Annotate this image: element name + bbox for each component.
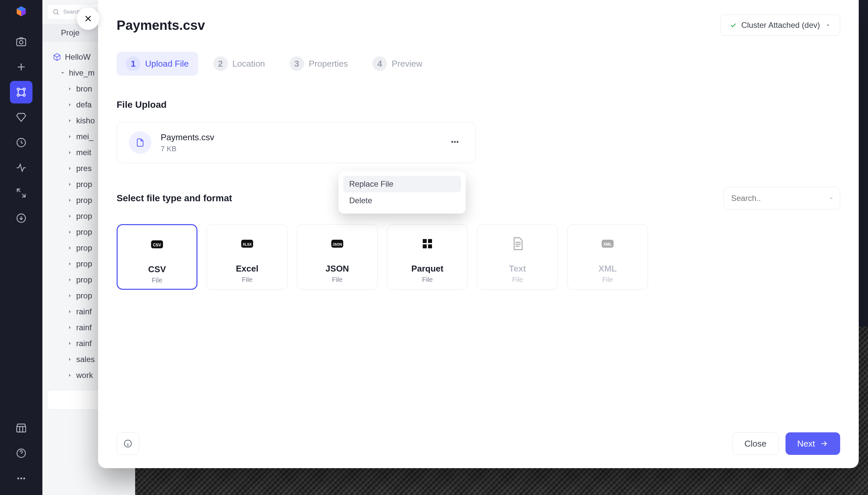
- format-name: JSON: [326, 263, 349, 274]
- format-icon: XML: [568, 231, 648, 256]
- ctx-replace-label: Replace File: [349, 180, 393, 189]
- file-size: 7 KB: [161, 144, 214, 153]
- close-icon: [83, 14, 93, 23]
- file-more-button[interactable]: [446, 133, 463, 152]
- step-preview[interactable]: 4 Preview: [363, 52, 431, 75]
- arrow-right-icon: [820, 439, 828, 448]
- step-label: Preview: [392, 59, 422, 69]
- chevron-down-icon: [825, 22, 831, 29]
- format-search[interactable]: [724, 187, 840, 209]
- step-num: 3: [289, 56, 304, 71]
- format-name: CSV: [148, 264, 166, 274]
- format-name: Excel: [236, 263, 259, 274]
- cluster-label: Cluster Attached (dev): [741, 20, 820, 30]
- format-card-parquet[interactable]: ParquetFile: [387, 224, 468, 290]
- svg-text:CSV: CSV: [153, 243, 161, 248]
- svg-text:XLSX: XLSX: [243, 243, 251, 246]
- format-icon: [387, 231, 467, 256]
- svg-text:JSON: JSON: [333, 243, 342, 246]
- search-icon: [830, 194, 833, 203]
- format-name: Text: [509, 263, 526, 274]
- format-name: Parquet: [411, 263, 444, 274]
- format-name: XML: [599, 263, 617, 274]
- file-icon: [129, 131, 152, 154]
- next-button[interactable]: Next: [785, 432, 840, 455]
- format-sub: File: [512, 276, 523, 284]
- svg-rect-29: [423, 244, 427, 248]
- info-button[interactable]: [117, 432, 139, 455]
- ctx-delete[interactable]: Delete: [343, 192, 461, 209]
- uploaded-file-card: Payments.csv 7 KB: [117, 122, 476, 163]
- info-icon: [123, 439, 133, 448]
- step-location[interactable]: 2 Location: [204, 52, 274, 75]
- step-properties[interactable]: 3 Properties: [280, 52, 357, 75]
- step-label: Upload File: [145, 59, 189, 69]
- format-icon: JSON: [297, 231, 377, 256]
- format-icon: [477, 231, 557, 256]
- upload-modal: Payments.csv Cluster Attached (dev) 1 Up…: [98, 0, 859, 468]
- format-sub: File: [332, 276, 342, 284]
- cluster-selector[interactable]: Cluster Attached (dev): [721, 15, 840, 36]
- format-heading: Select file type and format: [117, 193, 232, 204]
- format-card-json[interactable]: JSONJSONFile: [297, 224, 378, 290]
- more-icon: [449, 137, 460, 147]
- format-card-csv[interactable]: CSVCSVFile: [117, 224, 197, 290]
- svg-rect-27: [423, 239, 427, 243]
- modal-title: Payments.csv: [117, 18, 205, 33]
- file-context-menu: Replace File Delete: [339, 171, 466, 214]
- svg-rect-28: [428, 239, 432, 243]
- step-num: 2: [213, 56, 228, 71]
- file-upload-heading: File Upload: [98, 75, 859, 110]
- svg-point-19: [457, 141, 458, 142]
- close-button[interactable]: Close: [732, 432, 779, 455]
- svg-rect-30: [428, 244, 432, 248]
- format-card-excel[interactable]: XLSXExcelFile: [207, 224, 287, 290]
- format-cards: CSVCSVFileXLSXExcelFileJSONJSONFileParqu…: [98, 209, 859, 290]
- format-sub: File: [602, 276, 613, 284]
- format-sub: File: [152, 276, 162, 284]
- step-label: Location: [233, 59, 265, 69]
- format-icon: XLSX: [207, 231, 287, 256]
- format-sub: File: [242, 276, 252, 284]
- format-card-xml: XMLXMLFile: [567, 224, 648, 290]
- svg-point-18: [454, 141, 456, 142]
- format-icon: CSV: [118, 232, 196, 257]
- stepper: 1 Upload File 2 Location 3 Properties 4 …: [98, 36, 859, 75]
- step-upload-file[interactable]: 1 Upload File: [117, 52, 198, 75]
- format-card-text: TextFile: [477, 224, 558, 290]
- ctx-delete-label: Delete: [349, 196, 372, 205]
- check-icon: [729, 21, 737, 29]
- svg-point-17: [451, 141, 453, 142]
- file-name: Payments.csv: [161, 132, 214, 142]
- modal-close-button[interactable]: [77, 7, 100, 30]
- step-num: 1: [126, 56, 140, 71]
- close-label: Close: [744, 439, 766, 449]
- format-sub: File: [422, 276, 433, 284]
- svg-point-20: [831, 198, 832, 199]
- next-label: Next: [797, 439, 815, 449]
- step-num: 4: [372, 56, 387, 71]
- svg-text:XML: XML: [603, 242, 612, 247]
- format-search-input[interactable]: [731, 194, 830, 203]
- ctx-replace-file[interactable]: Replace File: [343, 176, 461, 192]
- step-label: Properties: [309, 59, 348, 69]
